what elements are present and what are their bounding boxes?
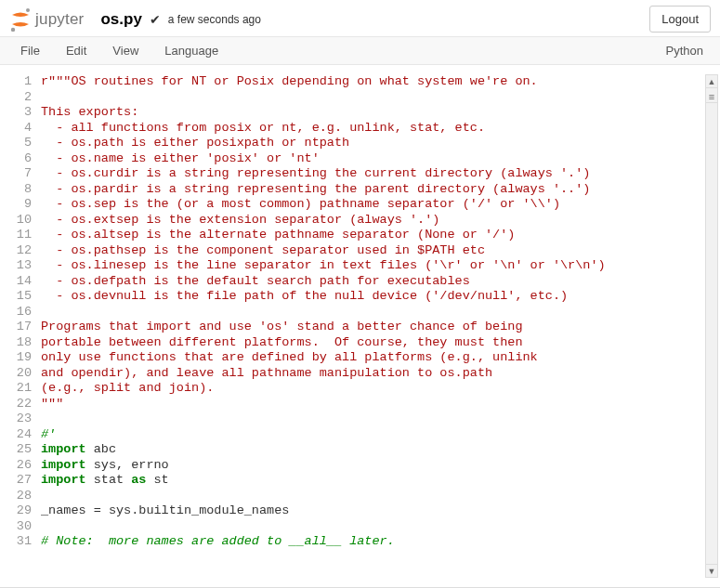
menu-edit[interactable]: Edit xyxy=(53,37,99,64)
scroll-up-icon[interactable]: ▲ xyxy=(706,75,717,88)
code-content[interactable] xyxy=(41,305,703,320)
code-line[interactable]: 31# Note: more names are added to __all_… xyxy=(4,534,703,550)
line-number: 13 xyxy=(4,258,41,274)
line-number: 20 xyxy=(4,366,41,382)
code-line[interactable]: 25import abc xyxy=(4,442,703,458)
code-line[interactable]: 27import stat as st xyxy=(4,473,703,489)
line-number: 6 xyxy=(4,151,41,167)
code-line[interactable]: 19only use functions that are defined by… xyxy=(4,350,703,366)
code-line[interactable]: 8 - os.pardir is a string representing t… xyxy=(4,182,703,198)
vertical-scrollbar[interactable]: ▲ ≡ ▼ xyxy=(705,74,718,578)
code-line[interactable]: 21(e.g., split and join). xyxy=(4,381,703,397)
code-line[interactable]: 11 - os.altsep is the alternate pathname… xyxy=(4,228,703,243)
code-content[interactable]: - os.extsep is the extension separator (… xyxy=(41,213,703,229)
line-number: 24 xyxy=(4,427,41,443)
code-content[interactable]: (e.g., split and join). xyxy=(41,381,703,397)
code-line[interactable]: 18portable between different platforms. … xyxy=(4,335,703,351)
line-number: 2 xyxy=(4,90,41,106)
scroll-down-icon[interactable]: ▼ xyxy=(706,564,717,577)
code-line[interactable]: 15 - os.devnull is the file path of the … xyxy=(4,289,703,305)
code-line[interactable]: 10 - os.extsep is the extension separato… xyxy=(4,213,703,229)
jupyter-icon xyxy=(9,7,32,32)
code-line[interactable]: 28 xyxy=(4,489,703,504)
code-line[interactable]: 4 - all functions from posix or nt, e.g.… xyxy=(4,121,703,137)
menu-view[interactable]: View xyxy=(99,37,151,64)
code-line[interactable]: 3This exports: xyxy=(4,105,703,121)
code-content[interactable]: - os.linesep is the line separator in te… xyxy=(41,258,703,274)
code-content[interactable]: r"""OS routines for NT or Posix dependin… xyxy=(41,74,703,90)
code-content[interactable]: - os.defpath is the default search path … xyxy=(41,274,703,290)
logout-button[interactable]: Logout xyxy=(649,6,711,33)
code-content[interactable]: - all functions from posix or nt, e.g. u… xyxy=(41,121,703,137)
code-content[interactable] xyxy=(41,519,703,535)
code-table[interactable]: 1r"""OS routines for NT or Posix dependi… xyxy=(4,74,703,550)
code-line[interactable]: 6 - os.name is either 'posix' or 'nt' xyxy=(4,151,703,167)
code-content[interactable]: This exports: xyxy=(41,105,703,121)
saved-status: a few seconds ago xyxy=(168,13,261,26)
code-line[interactable]: 1r"""OS routines for NT or Posix dependi… xyxy=(4,74,703,90)
code-line[interactable]: 12 - os.pathsep is the component separat… xyxy=(4,243,703,259)
code-content[interactable]: """ xyxy=(41,397,703,412)
line-number: 17 xyxy=(4,320,41,335)
line-number: 30 xyxy=(4,519,41,535)
line-number: 15 xyxy=(4,289,41,305)
code-content[interactable]: import stat as st xyxy=(41,473,703,489)
code-line[interactable]: 9 - os.sep is the (or a most common) pat… xyxy=(4,197,703,213)
line-number: 7 xyxy=(4,166,41,182)
filename-area[interactable]: os.py ✔ a few seconds ago xyxy=(100,10,260,29)
menubar: File Edit View Language Python xyxy=(0,37,720,65)
code-content[interactable]: import abc xyxy=(41,442,703,458)
code-line[interactable]: 30 xyxy=(4,519,703,535)
code-content[interactable]: and opendir), and leave all pathname man… xyxy=(41,366,703,382)
menu-file[interactable]: File xyxy=(7,37,53,64)
menu-language[interactable]: Language xyxy=(151,37,231,64)
header: jupyter os.py ✔ a few seconds ago Logout xyxy=(0,0,720,37)
code-line[interactable]: 22""" xyxy=(4,397,703,412)
code-content[interactable] xyxy=(41,90,703,106)
code-content[interactable] xyxy=(41,489,703,504)
code-content[interactable]: _names = sys.builtin_module_names xyxy=(41,503,703,519)
line-number: 21 xyxy=(4,381,41,397)
brand-text: jupyter xyxy=(35,10,84,29)
code-line[interactable]: 26import sys, errno xyxy=(4,458,703,474)
code-content[interactable]: Programs that import and use 'os' stand … xyxy=(41,320,703,335)
code-content[interactable]: - os.pathsep is the component separator … xyxy=(41,243,703,259)
filename: os.py xyxy=(100,10,141,29)
line-number: 26 xyxy=(4,458,41,474)
code-line[interactable]: 23 xyxy=(4,412,703,427)
line-number: 12 xyxy=(4,243,41,259)
editor-scroll[interactable]: 1r"""OS routines for NT or Posix dependi… xyxy=(4,74,703,578)
code-content[interactable]: # Note: more names are added to __all__ … xyxy=(41,534,703,550)
jupyter-logo[interactable]: jupyter xyxy=(9,7,84,32)
checkmark-icon: ✔ xyxy=(150,12,161,27)
code-content[interactable]: - os.curdir is a string representing the… xyxy=(41,166,703,182)
code-line[interactable]: 20and opendir), and leave all pathname m… xyxy=(4,366,703,382)
code-content[interactable]: - os.pardir is a string representing the… xyxy=(41,182,703,198)
code-line[interactable]: 14 - os.defpath is the default search pa… xyxy=(4,274,703,290)
code-line[interactable]: 16 xyxy=(4,305,703,320)
code-line[interactable]: 5 - os.path is either posixpath or ntpat… xyxy=(4,136,703,151)
code-line[interactable]: 13 - os.linesep is the line separator in… xyxy=(4,258,703,274)
code-content[interactable]: - os.devnull is the file path of the nul… xyxy=(41,289,703,305)
code-line[interactable]: 29_names = sys.builtin_module_names xyxy=(4,503,703,519)
kernel-indicator: Python xyxy=(666,44,713,58)
code-content[interactable]: portable between different platforms. Of… xyxy=(41,335,703,351)
code-content[interactable]: #' xyxy=(41,427,703,443)
code-content[interactable]: only use functions that are defined by a… xyxy=(41,350,703,366)
code-line[interactable]: 24#' xyxy=(4,427,703,443)
code-content[interactable]: - os.altsep is the alternate pathname se… xyxy=(41,228,703,243)
code-content[interactable] xyxy=(41,412,703,427)
code-line[interactable]: 7 - os.curdir is a string representing t… xyxy=(4,166,703,182)
code-content[interactable]: - os.path is either posixpath or ntpath xyxy=(41,136,703,151)
code-line[interactable]: 17Programs that import and use 'os' stan… xyxy=(4,320,703,335)
code-line[interactable]: 2 xyxy=(4,90,703,106)
code-content[interactable]: - os.sep is the (or a most common) pathn… xyxy=(41,197,703,213)
line-number: 29 xyxy=(4,503,41,519)
code-content[interactable]: - os.name is either 'posix' or 'nt' xyxy=(41,151,703,167)
line-number: 14 xyxy=(4,274,41,290)
code-content[interactable]: import sys, errno xyxy=(41,458,703,474)
scroll-widget-icon[interactable]: ≡ xyxy=(706,90,717,103)
line-number: 25 xyxy=(4,442,41,458)
line-number: 31 xyxy=(4,534,41,550)
line-number: 28 xyxy=(4,489,41,504)
